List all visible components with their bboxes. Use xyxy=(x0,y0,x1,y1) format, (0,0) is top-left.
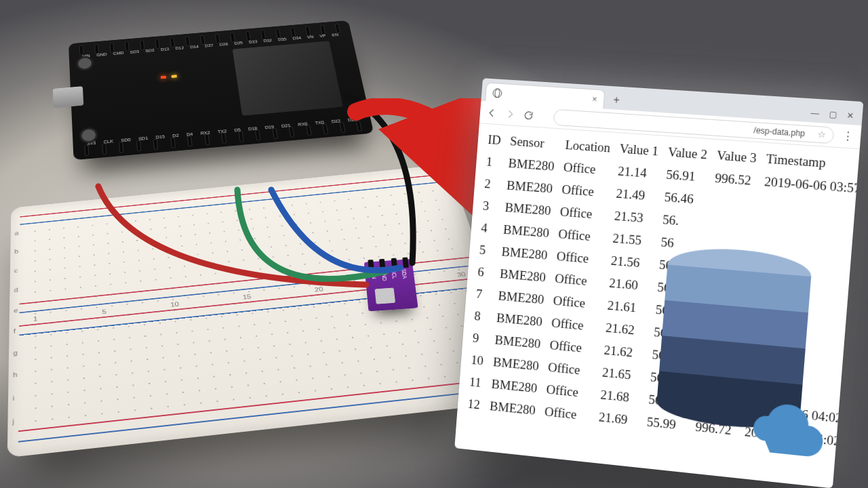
column-header: Value 1 xyxy=(614,137,665,163)
globe-icon xyxy=(492,88,502,98)
bookmark-star-icon[interactable]: ☆ xyxy=(817,129,827,140)
esp-wroom-32-shield xyxy=(233,41,343,115)
sensor-pin-vin: VIN xyxy=(370,270,378,279)
sensor-data-table: IDSensorLocationValue 1Value 2Value 3Tim… xyxy=(462,128,864,455)
forward-button[interactable] xyxy=(505,108,516,120)
page-content: IDSensorLocationValue 1Value 2Value 3Tim… xyxy=(457,123,860,452)
status-led xyxy=(172,75,177,78)
column-header: Value 2 xyxy=(663,140,713,166)
power-led xyxy=(161,76,166,79)
reload-button[interactable] xyxy=(523,109,534,121)
bme280-sensor-module: VIN GND SCL SDA xyxy=(364,259,418,311)
column-header: ID xyxy=(483,128,507,152)
sensor-pin-scl: SCL xyxy=(391,269,398,279)
menu-button[interactable]: ⋮ xyxy=(842,133,854,139)
window-minimize-button[interactable]: — xyxy=(810,108,820,119)
column-header: Value 3 xyxy=(711,144,762,170)
en-button xyxy=(76,56,94,71)
micro-usb-port xyxy=(53,86,84,108)
url-text: /esp-data.php xyxy=(753,125,806,138)
new-tab-button[interactable]: + xyxy=(608,92,625,109)
window-close-button[interactable]: ✕ xyxy=(846,110,854,121)
browser-window: × + — ▢ ✕ /esp-data.php ☆ ⋮ IDSensorLoca… xyxy=(454,78,863,488)
sensor-pin-gnd: GND xyxy=(380,270,389,281)
close-tab-icon[interactable]: × xyxy=(591,94,597,104)
back-button[interactable] xyxy=(486,107,498,119)
window-maximize-button[interactable]: ▢ xyxy=(829,109,837,119)
sensor-pin-sda: SDA xyxy=(400,268,408,279)
